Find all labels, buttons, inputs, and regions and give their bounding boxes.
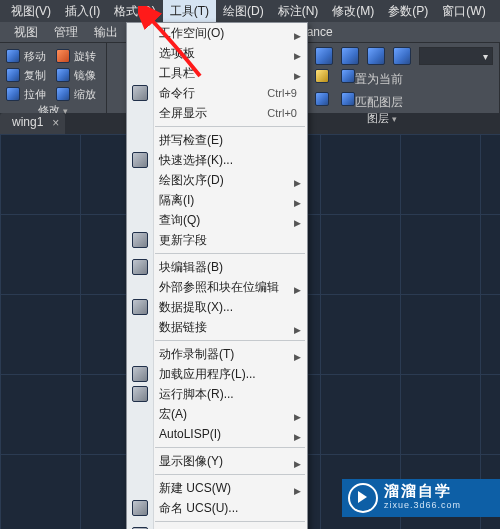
menu-item-工具栏[interactable]: 工具栏 — [127, 63, 307, 83]
menu-insert[interactable]: 插入(I) — [58, 0, 107, 23]
menu-item-更新字段[interactable]: 更新字段 — [127, 230, 307, 250]
stretch-icon — [6, 87, 20, 101]
menu-item-地理位置L[interactable]: 地理位置(L)... — [127, 525, 307, 529]
run-script-icon — [132, 386, 148, 402]
shortcut-label: Ctrl+9 — [267, 83, 297, 103]
menu-view[interactable]: 视图(V) — [4, 0, 58, 23]
ribbon-tab-manage[interactable]: 管理 — [54, 24, 78, 41]
rotate-icon — [56, 49, 70, 63]
ribbon-tab-view[interactable]: 视图 — [14, 24, 38, 41]
scale-button[interactable]: 缩放 — [56, 85, 96, 103]
more-layers-icon — [315, 92, 329, 106]
menu-separator — [155, 474, 305, 475]
document-tab[interactable]: wing1 × — [0, 113, 65, 135]
menu-item-数据提取X[interactable]: 数据提取(X)... — [127, 297, 307, 317]
watermark: 溜溜自学 zixue.3d66.com — [342, 479, 500, 517]
menu-item-新建UCSW[interactable]: 新建 UCS(W) — [127, 478, 307, 498]
copy-icon — [6, 68, 20, 82]
menu-item-加载应用程序L[interactable]: 加载应用程序(L)... — [127, 364, 307, 384]
data-extract-icon — [132, 299, 148, 315]
watermark-sub: zixue.3d66.com — [384, 498, 461, 512]
lock-icon — [315, 69, 329, 83]
play-icon — [348, 483, 378, 513]
ribbon-tab-output[interactable]: 输出 — [94, 24, 118, 41]
layer-combo[interactable]: ▾ — [419, 47, 493, 65]
mirror-icon — [56, 68, 70, 82]
menu-modify[interactable]: 修改(M) — [325, 0, 381, 23]
menu-separator — [155, 521, 305, 522]
named-ucs-icon — [132, 500, 148, 516]
menu-item-运行脚本R[interactable]: 运行脚本(R)... — [127, 384, 307, 404]
menu-item-外部参照和块在位编辑[interactable]: 外部参照和块在位编辑 — [127, 277, 307, 297]
menu-item-隔离I[interactable]: 隔离(I) — [127, 190, 307, 210]
rotate-button[interactable]: 旋转 — [56, 47, 96, 65]
menu-item-数据链接[interactable]: 数据链接 — [127, 317, 307, 337]
menu-item-选项板[interactable]: 选项板 — [127, 43, 307, 63]
menu-dim[interactable]: 标注(N) — [271, 0, 326, 23]
lock-button[interactable] — [315, 69, 329, 88]
freeze-icon[interactable] — [367, 47, 385, 65]
menu-separator — [155, 447, 305, 448]
menu-param[interactable]: 参数(P) — [381, 0, 435, 23]
close-icon[interactable]: × — [52, 116, 59, 130]
menu-item-命令行[interactable]: 命令行Ctrl+9 — [127, 83, 307, 103]
menu-item-AutoLISPI[interactable]: AutoLISP(I) — [127, 424, 307, 444]
sun-icon[interactable] — [315, 47, 333, 65]
move-icon — [6, 49, 20, 63]
copy-button[interactable]: 复制 — [6, 66, 46, 84]
match-layer-icon — [341, 92, 355, 106]
star-icon[interactable] — [393, 47, 411, 65]
block-editor-icon — [132, 259, 148, 275]
menu-item-宏A[interactable]: 宏(A) — [127, 404, 307, 424]
menu-item-绘图次序D[interactable]: 绘图次序(D) — [127, 170, 307, 190]
menu-format[interactable]: 格式(O) — [107, 0, 162, 23]
ribbon-panel-modify: 移动 复制 拉伸 旋转 镜像 缩放 修改 — [0, 43, 107, 113]
menu-separator — [155, 340, 305, 341]
document-tab-label: wing1 — [12, 115, 43, 129]
layer-icon-row: ▾ — [315, 47, 493, 65]
stretch-button[interactable]: 拉伸 — [6, 85, 46, 103]
menu-separator — [155, 126, 305, 127]
menu-help[interactable]: 帮助(H) — [493, 0, 500, 23]
set-current-button[interactable]: 置为当前 — [341, 69, 403, 88]
menu-item-工作空间O[interactable]: 工作空间(O) — [127, 23, 307, 43]
move-button[interactable]: 移动 — [6, 47, 46, 65]
menu-item-快速选择K[interactable]: 快速选择(K)... — [127, 150, 307, 170]
menu-window[interactable]: 窗口(W) — [435, 0, 492, 23]
bulb-icon[interactable] — [341, 47, 359, 65]
menu-draw[interactable]: 绘图(D) — [216, 0, 271, 23]
mirror-button[interactable]: 镜像 — [56, 66, 96, 84]
menu-item-拼写检查E[interactable]: 拼写检查(E) — [127, 130, 307, 150]
menu-bar: 视图(V) 插入(I) 格式(O) 工具(T) 绘图(D) 标注(N) 修改(M… — [0, 0, 500, 22]
match-layer-button[interactable]: 匹配图层 — [341, 92, 403, 111]
watermark-title: 溜溜自学 — [384, 484, 461, 498]
more-layers-button[interactable] — [315, 92, 329, 111]
menu-item-命名UCSU[interactable]: 命名 UCS(U)... — [127, 498, 307, 518]
cmdline-icon — [132, 85, 148, 101]
load-app-icon — [132, 366, 148, 382]
menu-tools[interactable]: 工具(T) — [163, 0, 216, 23]
menu-item-动作录制器T[interactable]: 动作录制器(T) — [127, 344, 307, 364]
shortcut-label: Ctrl+0 — [267, 103, 297, 123]
menu-item-查询Q[interactable]: 查询(Q) — [127, 210, 307, 230]
menu-item-块编辑器B[interactable]: 块编辑器(B) — [127, 257, 307, 277]
menu-item-全屏显示[interactable]: 全屏显示Ctrl+0 — [127, 103, 307, 123]
qselect-icon — [132, 152, 148, 168]
menu-separator — [155, 253, 305, 254]
menu-item-显示图像Y[interactable]: 显示图像(Y) — [127, 451, 307, 471]
set-current-icon — [341, 69, 355, 83]
update-field-icon — [132, 232, 148, 248]
tools-dropdown: 工作空间(O)选项板工具栏命令行Ctrl+9全屏显示Ctrl+0拼写检查(E)快… — [126, 22, 308, 529]
scale-icon — [56, 87, 70, 101]
